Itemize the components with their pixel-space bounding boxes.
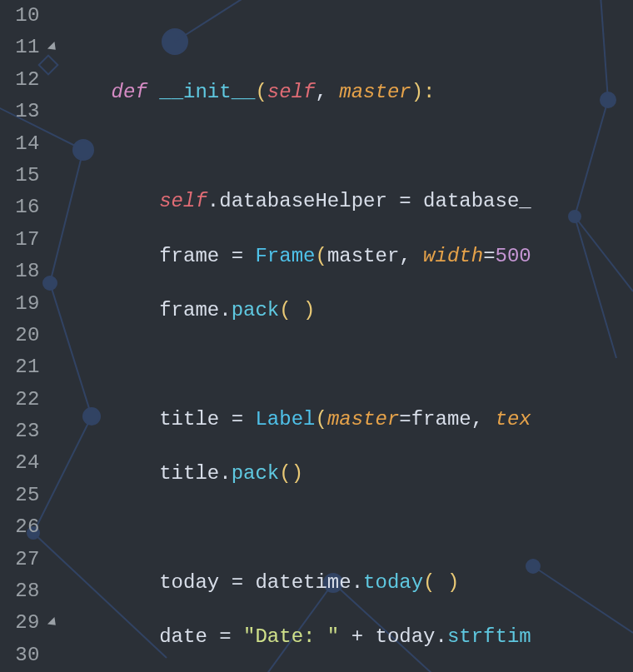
code-editor[interactable]: 10 11 12 13 14 15 16 17 18 19 20 21 22 2… bbox=[0, 0, 633, 672]
line-number: 12 bbox=[0, 64, 48, 96]
code-line[interactable]: title = Label(master=frame, tex bbox=[63, 404, 633, 436]
line-number: 21 bbox=[0, 351, 48, 383]
line-number: 28 bbox=[0, 575, 48, 607]
code-line[interactable]: today = datetime.today( ) bbox=[63, 567, 633, 599]
line-number: 15 bbox=[0, 160, 48, 192]
fold-column bbox=[48, 0, 63, 672]
code-line[interactable] bbox=[63, 349, 633, 381]
line-number: 11 bbox=[0, 32, 48, 63]
line-number: 17 bbox=[0, 224, 48, 256]
code-line[interactable]: def __init__(self, master): bbox=[63, 77, 633, 108]
line-number-gutter: 10 11 12 13 14 15 16 17 18 19 20 21 22 2… bbox=[0, 0, 48, 672]
line-number: 26 bbox=[0, 511, 48, 543]
code-line[interactable]: frame = Frame(master, width=500 bbox=[63, 241, 633, 272]
code-line[interactable]: self.databaseHelper = database_ bbox=[63, 186, 633, 217]
code-line[interactable]: frame.pack( ) bbox=[63, 295, 633, 326]
line-number: 16 bbox=[0, 192, 48, 223]
code-line[interactable]: date = "Date: " + today.strftim bbox=[63, 621, 633, 653]
line-number: 13 bbox=[0, 96, 48, 127]
line-number: 27 bbox=[0, 544, 48, 575]
line-number: 23 bbox=[0, 416, 48, 447]
code-line[interactable] bbox=[63, 513, 633, 545]
code-line[interactable]: title.pack() bbox=[63, 458, 633, 490]
line-number: 24 bbox=[0, 447, 48, 479]
code-line[interactable] bbox=[63, 132, 633, 163]
line-number: 10 bbox=[0, 0, 48, 32]
line-number: 25 bbox=[0, 480, 48, 511]
chevron-down-icon[interactable] bbox=[47, 42, 59, 53]
line-number: 20 bbox=[0, 320, 48, 351]
line-number: 18 bbox=[0, 256, 48, 287]
code-area[interactable]: def __init__(self, master): self.databas… bbox=[63, 0, 633, 672]
line-number: 30 bbox=[0, 640, 48, 671]
code-line[interactable] bbox=[63, 22, 633, 54]
chevron-down-icon[interactable] bbox=[47, 617, 59, 629]
line-number: 19 bbox=[0, 288, 48, 320]
line-number: 22 bbox=[0, 384, 48, 416]
line-number: 29 bbox=[0, 607, 48, 639]
line-number: 14 bbox=[0, 128, 48, 160]
